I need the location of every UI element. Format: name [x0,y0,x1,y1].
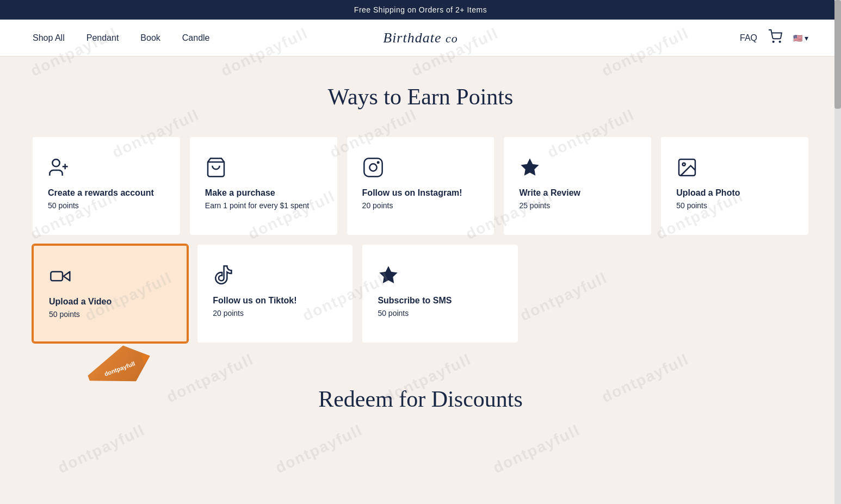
redeem-section: Redeem for Discounts [33,375,808,412]
nav-pendant[interactable]: Pendant [86,33,119,43]
card-upload-video-points: 50 points [49,310,171,319]
video-icon [49,265,171,287]
svg-rect-6 [364,158,382,176]
svg-marker-13 [380,266,398,283]
card-subscribe-sms-title: Subscribe to SMS [378,296,502,306]
svg-point-7 [369,164,376,171]
language-selector[interactable]: 🇺🇸 ▾ [793,34,808,42]
card-subscribe-sms-points: 50 points [378,309,502,318]
card-write-review[interactable]: Write a Review 25 points [504,137,651,235]
card-write-review-points: 25 points [519,201,636,210]
cart-icon[interactable] [768,29,782,46]
scrollbar-thumb[interactable] [834,0,841,109]
logo-co: co [446,32,458,45]
redeem-title: Redeem for Discounts [33,386,808,412]
card-make-purchase-title: Make a purchase [205,188,322,198]
card-make-purchase-subtitle: Earn 1 point for every $1 spent [205,201,322,210]
nav-shop-all[interactable]: Shop All [33,33,65,43]
card-follow-tiktok-title: Follow us on Tiktok! [213,296,337,306]
image-icon [676,157,793,178]
card-create-account[interactable]: Create a rewards account 50 points [33,137,180,235]
site-logo[interactable]: Birthdate co [383,30,457,46]
flag-emoji: 🇺🇸 [793,34,802,42]
main-content: Ways to Earn Points Create a rewards acc… [0,57,841,434]
earn-points-row2: Upload a Video 50 points Follow us on Ti… [33,245,518,343]
card-follow-tiktok[interactable]: Follow us on Tiktok! 20 points [197,245,353,343]
star-filled-icon [378,264,502,286]
card-follow-instagram-title: Follow us on Instagram! [362,188,479,198]
svg-point-2 [52,159,59,166]
card-follow-tiktok-points: 20 points [213,309,337,318]
card-upload-photo-title: Upload a Photo [676,188,793,198]
dropdown-arrow: ▾ [805,34,808,42]
svg-point-1 [780,41,781,42]
card-create-account-points: 50 points [48,201,165,210]
nav-candle[interactable]: Candle [182,33,210,43]
card-write-review-title: Write a Review [519,188,636,198]
card-follow-instagram-points: 20 points [362,201,479,210]
nav-book[interactable]: Book [140,33,160,43]
logo-main: Birthdate [383,30,446,46]
svg-point-11 [683,163,685,166]
svg-marker-9 [521,158,539,176]
nav-faq[interactable]: FAQ [740,33,757,43]
svg-point-0 [773,41,774,42]
card-upload-video[interactable]: Upload a Video 50 points [33,245,188,343]
card-make-purchase[interactable]: Make a purchase Earn 1 point for every $… [190,137,337,235]
nav-links: Shop All Pendant Book Candle [33,33,210,43]
card-create-account-title: Create a rewards account [48,188,165,198]
card-upload-photo-points: 50 points [676,201,793,210]
badge-area: dontpayfull [33,343,808,375]
shopping-bag-icon [205,157,322,178]
card-upload-photo[interactable]: Upload a Photo 50 points [661,137,808,235]
card-subscribe-sms[interactable]: Subscribe to SMS 50 points [362,245,517,343]
star-icon [519,157,636,178]
svg-point-8 [376,161,379,164]
nav-right: FAQ 🇺🇸 ▾ [740,29,808,46]
svg-rect-12 [51,272,63,281]
earn-points-row1: Create a rewards account 50 points Make … [33,137,808,235]
instagram-icon [362,157,479,178]
card-upload-video-title: Upload a Video [49,297,171,307]
top-banner: Free Shipping on Orders of 2+ Items [0,0,841,20]
scrollbar[interactable] [834,0,841,504]
page-title: Ways to Earn Points [33,84,808,110]
banner-text: Free Shipping on Orders of 2+ Items [354,5,487,14]
card-follow-instagram[interactable]: Follow us on Instagram! 20 points [347,137,494,235]
user-plus-icon [48,157,165,178]
navbar: Shop All Pendant Book Candle Birthdate c… [0,20,841,57]
tiktok-icon [213,264,337,286]
